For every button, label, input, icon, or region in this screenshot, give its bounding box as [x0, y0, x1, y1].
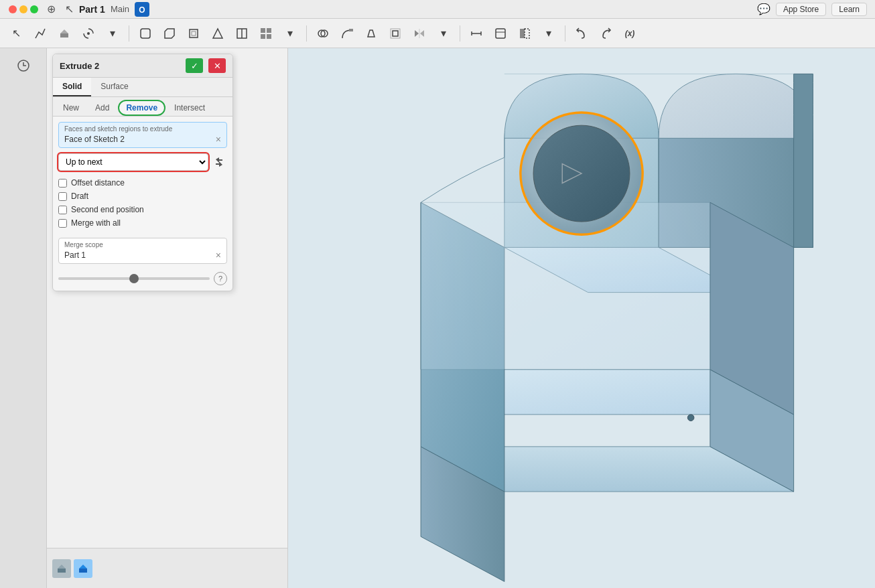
second-end-position-label[interactable]: Second end position: [71, 205, 144, 214]
toolbar-separator-1: [129, 25, 129, 42]
flip-direction-button[interactable]: [211, 154, 227, 170]
offset-distance-checkbox[interactable]: [58, 179, 67, 188]
svg-rect-15: [261, 28, 265, 33]
app-store-button[interactable]: App Store: [776, 3, 826, 16]
merge-scope-clear-button[interactable]: ×: [216, 250, 221, 261]
toolbar-undo[interactable]: [571, 23, 592, 44]
toolbar-misc-dropdown[interactable]: ▾: [433, 23, 454, 44]
direction-row: Up to next Blind Up to face Up to part T…: [58, 153, 227, 171]
merge-scope-box: Merge scope Part 1 ×: [58, 238, 227, 264]
second-end-position-row: Second end position: [58, 203, 227, 216]
toolbar-display[interactable]: [490, 23, 511, 44]
viewport[interactable]: [288, 48, 875, 588]
svg-rect-36: [58, 569, 66, 573]
left-icon-bar: [0, 48, 47, 588]
face-name: Face of Sketch 2: [64, 135, 125, 144]
title-bar-left: ⊕ ↖ Part 1 Main O: [8, 2, 149, 17]
cancel-button[interactable]: ✕: [208, 58, 226, 73]
tab-solid[interactable]: Solid: [53, 78, 91, 96]
svg-rect-23: [391, 29, 400, 38]
add-icon[interactable]: ⊕: [47, 3, 56, 15]
toolbar-offset[interactable]: [385, 23, 406, 44]
direction-select[interactable]: Up to next Blind Up to face Up to part T…: [58, 153, 208, 171]
toolbar-more-dropdown[interactable]: ▾: [538, 23, 559, 44]
toolbar-mirror[interactable]: [409, 23, 430, 44]
tab-intersect[interactable]: Intersect: [167, 100, 212, 116]
draft-checkbox[interactable]: [58, 192, 67, 201]
svg-marker-22: [368, 30, 375, 37]
svg-rect-16: [267, 28, 271, 33]
toolbar-shell[interactable]: [183, 23, 204, 44]
svg-rect-21: [349, 29, 353, 31]
svg-rect-24: [393, 31, 398, 36]
toolbar-split[interactable]: [231, 23, 253, 44]
toolbar-section[interactable]: [514, 23, 535, 44]
svg-point-1: [19, 5, 27, 13]
merge-with-all-checkbox[interactable]: [58, 219, 67, 228]
draft-label[interactable]: Draft: [71, 192, 88, 201]
offset-distance-row: Offset distance: [58, 176, 227, 190]
svg-point-0: [9, 5, 17, 13]
svg-point-7: [87, 32, 90, 35]
svg-rect-8: [141, 29, 150, 38]
svg-rect-17: [261, 34, 265, 39]
svg-point-55: [687, 415, 694, 421]
face-selection-box: Faces and sketch regions to extrude Face…: [58, 122, 227, 148]
help-button[interactable]: ?: [214, 272, 227, 285]
timeline-item-2[interactable]: [74, 559, 92, 578]
feature-timeline: [47, 548, 287, 588]
toolbar-loft[interactable]: [360, 23, 382, 44]
toolbar-cursor[interactable]: ↖: [5, 23, 27, 44]
svg-marker-27: [420, 30, 424, 37]
merge-scope-value: Part 1 ×: [64, 250, 221, 261]
window-controls[interactable]: [8, 5, 42, 14]
svg-marker-6: [60, 29, 68, 33]
learn-button[interactable]: Learn: [831, 3, 867, 16]
toolbar-fillet[interactable]: [135, 23, 156, 44]
toolbar-separator-2: [306, 25, 307, 42]
svg-rect-11: [192, 31, 196, 35]
toolbar-variables[interactable]: (x): [619, 23, 641, 44]
timeline-item[interactable]: [52, 559, 71, 578]
solid-surface-tabs: Solid Surface: [53, 78, 232, 97]
timeline-steps: [52, 559, 92, 578]
offset-distance-label[interactable]: Offset distance: [71, 178, 125, 188]
svg-rect-5: [60, 33, 68, 38]
tab-surface[interactable]: Surface: [91, 78, 137, 96]
tab-remove[interactable]: Remove: [118, 100, 165, 116]
toolbar-sketch[interactable]: [29, 23, 51, 44]
face-clear-button[interactable]: ×: [216, 134, 221, 145]
merge-with-all-label[interactable]: Merge with all: [71, 218, 121, 228]
chat-icon[interactable]: 💬: [757, 3, 770, 15]
svg-rect-38: [79, 569, 87, 573]
toolbar-draft[interactable]: [207, 23, 228, 44]
toolbar-pattern[interactable]: [255, 23, 277, 44]
operation-tabs: New Add Remove Intersect: [53, 97, 232, 117]
toolbar-sweep[interactable]: [336, 23, 358, 44]
toolbar-chamfer[interactable]: [159, 23, 180, 44]
toolbar-pattern-dropdown[interactable]: ▾: [279, 23, 301, 44]
svg-rect-34: [525, 29, 529, 38]
opacity-slider[interactable]: [58, 277, 210, 280]
panel-area: Extrude 2 ✓ ✕ Solid Surface New Add Remo…: [47, 48, 288, 588]
toolbar-revolve[interactable]: [78, 23, 99, 44]
extrude-panel: Extrude 2 ✓ ✕ Solid Surface New Add Remo…: [52, 54, 233, 291]
toolbar-extrude[interactable]: [54, 23, 75, 44]
document-title: Part 1: [79, 4, 105, 15]
tab-new[interactable]: New: [56, 100, 86, 116]
cursor-icon[interactable]: ↖: [65, 3, 74, 15]
main-content: Extrude 2 ✓ ✕ Solid Surface New Add Remo…: [0, 48, 875, 588]
second-end-position-checkbox[interactable]: [58, 206, 67, 214]
confirm-button[interactable]: ✓: [186, 58, 203, 73]
toolbar-dropdown[interactable]: ▾: [102, 23, 123, 44]
toolbar-measure[interactable]: [466, 23, 487, 44]
title-bar: ⊕ ↖ Part 1 Main O 💬 App Store Learn: [0, 0, 875, 19]
toolbar-boolean[interactable]: [312, 23, 334, 44]
svg-rect-31: [496, 29, 505, 38]
history-icon[interactable]: [9, 51, 38, 80]
viewport-content: [288, 48, 875, 588]
tab-add[interactable]: Add: [88, 100, 117, 116]
toolbar-redo[interactable]: [595, 23, 616, 44]
opacity-row: ?: [53, 269, 232, 291]
svg-rect-10: [190, 29, 198, 38]
